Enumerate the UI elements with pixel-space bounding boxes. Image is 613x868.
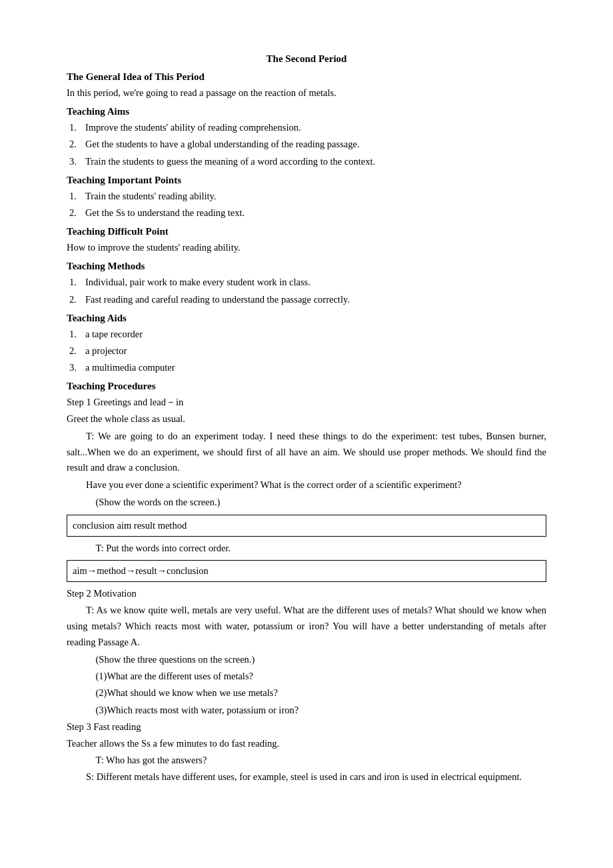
general-idea-text: In this period, we're going to read a pa…	[67, 85, 546, 101]
general-idea-heading: The General Idea of This Period	[67, 71, 546, 83]
list-item: 2. Get the Ss to understand the reading …	[67, 205, 546, 221]
step2-show: (Show the three questions on the screen.…	[67, 652, 546, 667]
list-item: 1. a tape recorder	[67, 327, 546, 342]
list-content: a tape recorder	[85, 327, 546, 342]
page: The Second Period The General Idea of Th…	[0, 0, 613, 868]
question-3: (3)Which reacts most with water, potassi…	[67, 703, 546, 718]
list-item: 3. Train the students to guess the meani…	[67, 154, 546, 169]
teaching-procedures-heading: Teaching Procedures	[67, 381, 546, 392]
step1-label: Step 1 Greetings and lead－in	[67, 395, 546, 410]
step3-t1: T: Who has got the answers?	[67, 753, 546, 768]
difficult-point-text: How to improve the students' reading abi…	[67, 240, 546, 255]
step1-show: (Show the words on the screen.)	[67, 495, 546, 510]
list-num: 1.	[67, 275, 85, 290]
step3-label: Step 3 Fast reading	[67, 719, 546, 735]
list-item: 1. Improve the students' ability of read…	[67, 120, 546, 135]
step1-t1: T: We are going to do an experiment toda…	[67, 429, 546, 477]
teaching-aims-heading: Teaching Aims	[67, 106, 546, 117]
list-content: Fast reading and careful reading to unde…	[85, 292, 546, 307]
difficult-point-heading: Teaching Difficult Point	[67, 226, 546, 237]
list-content: a multimedia computer	[85, 360, 546, 375]
step3-text: Teacher allows the Ss a few minutes to d…	[67, 736, 546, 751]
list-num: 2.	[67, 343, 85, 359]
question-2: (2)What should we know when we use metal…	[67, 685, 546, 701]
list-num: 1.	[67, 120, 85, 135]
word-box-1: conclusion aim result method	[67, 515, 546, 537]
list-item: 2. Get the students to have a global und…	[67, 137, 546, 152]
step2-t1: T: As we know quite well, metals are ver…	[67, 603, 546, 651]
list-item: 3. a multimedia computer	[67, 360, 546, 375]
list-item: 1. Individual, pair work to make every s…	[67, 275, 546, 290]
list-content: Get the Ss to understand the reading tex…	[85, 205, 546, 221]
list-content: Individual, pair work to make every stud…	[85, 275, 546, 290]
step3-s1: S: Different metals have different uses,…	[67, 769, 546, 785]
list-item: 2. Fast reading and careful reading to u…	[67, 292, 546, 307]
list-num: 2.	[67, 292, 85, 307]
list-item: 1. Train the students' reading ability.	[67, 189, 546, 204]
list-num: 3.	[67, 154, 85, 169]
word-box-2: aim→method→result→conclusion	[67, 560, 546, 582]
list-item: 2. a projector	[67, 343, 546, 359]
list-content: a projector	[85, 343, 546, 359]
list-num: 3.	[67, 360, 85, 375]
question-1: (1)What are the different uses of metals…	[67, 669, 546, 684]
teaching-methods-heading: Teaching Methods	[67, 261, 546, 272]
list-num: 1.	[67, 327, 85, 342]
list-content: Train the students to guess the meaning …	[85, 154, 546, 169]
list-num: 2.	[67, 205, 85, 221]
page-title: The Second Period	[67, 53, 546, 65]
list-content: Train the students' reading ability.	[85, 189, 546, 204]
teaching-aids-heading: Teaching Aids	[67, 313, 546, 324]
list-num: 2.	[67, 137, 85, 152]
list-content: Improve the students' ability of reading…	[85, 120, 546, 135]
important-points-heading: Teaching Important Points	[67, 175, 546, 186]
step1-t3: T: Put the words into correct order.	[67, 541, 546, 556]
step1-greet: Greet the whole class as usual.	[67, 411, 546, 427]
list-content: Get the students to have a global unders…	[85, 137, 546, 152]
list-num: 1.	[67, 189, 85, 204]
step2-label: Step 2 Motivation	[67, 586, 546, 601]
step1-t2: Have you ever done a scientific experime…	[67, 477, 546, 493]
